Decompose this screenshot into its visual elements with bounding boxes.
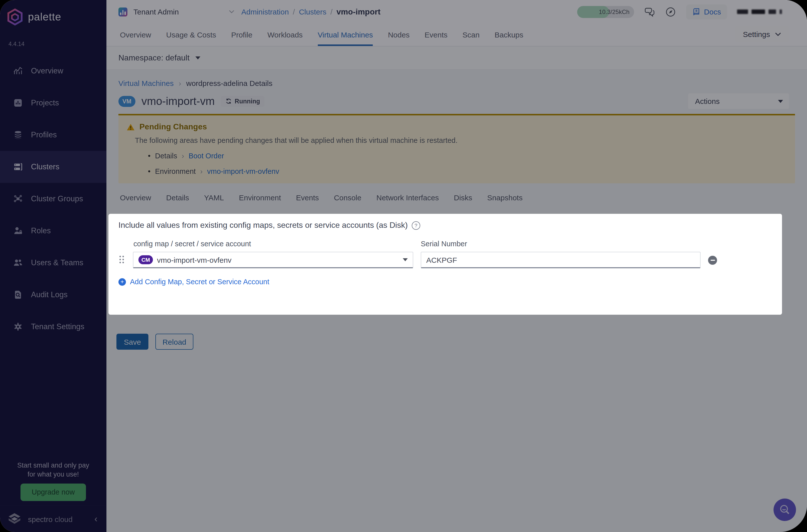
usage-quota-badge[interactable]: 10.3/25kCh [577,6,634,18]
app-version: 4.4.14 [8,41,24,47]
vm-tab-overview[interactable]: Overview [120,193,151,202]
namespace-bar: Namespace: default [107,46,807,70]
audit-logs-icon [13,290,23,300]
configmap-select[interactable]: CM vmo-import-vm-ovfenv [133,252,413,268]
magnifier-smile-icon [778,503,791,516]
docs-label: Docs [704,7,721,16]
drag-handle[interactable] [119,256,124,263]
sidebar-item-users-teams[interactable]: Users & Teams [0,247,107,279]
tab-virtual-machines[interactable]: Virtual Machines [318,23,373,46]
tab-events[interactable]: Events [425,23,448,46]
sidebar-item-label: Cluster Groups [31,194,83,203]
palette-logo-icon [7,8,23,26]
sidebar-item-label: Audit Logs [31,290,68,299]
pending-link-ovfenv[interactable]: vmo-import-vm-ovfenv [207,167,279,175]
users-teams-icon [13,258,23,268]
docs-button[interactable]: Docs [686,4,727,19]
sidebar-item-tenant-settings[interactable]: Tenant Settings [0,311,107,343]
tab-workloads[interactable]: Workloads [267,23,303,46]
breadcrumb-administration[interactable]: Administration [241,7,289,16]
chevron-down-icon [229,10,234,14]
pending-changes-header: Pending Changes [118,115,795,131]
upgrade-promo: Start small and only pay for what you us… [0,461,107,501]
vm-title-row: VM vmo-import-vm Running Actions [118,93,795,109]
namespace-select-label[interactable]: Namespace: default [118,54,190,62]
chevron-separator: › [182,152,184,159]
pending-change-item: • Environment › vmo-import-vm-ovfenv [118,160,795,175]
topbar-right: 10.3/25kCh Docs [577,4,807,19]
actions-label: Actions [695,97,719,106]
plus-icon: + [118,278,126,285]
settings-label: Settings [743,30,770,38]
chevron-down-icon [403,258,408,261]
vm-tab-environment[interactable]: Environment [239,193,281,202]
tenant-scope-icon [118,7,127,16]
panel-heading: Include all values from existing config … [118,221,408,230]
vm-tab-disks[interactable]: Disks [454,193,472,202]
sidebar-item-roles[interactable]: Roles [0,215,107,247]
vm-breadcrumb-current: wordpress-adelina Details [186,79,272,88]
settings-button[interactable]: Settings [735,26,789,42]
tab-profile[interactable]: Profile [231,23,252,46]
serial-number-input[interactable] [421,252,700,268]
vm-breadcrumb-link[interactable]: Virtual Machines [118,79,174,88]
support-search-fab[interactable] [773,498,796,521]
sidebar-item-label: Profiles [31,130,57,139]
sidebar-item-audit-logs[interactable]: Audit Logs [0,279,107,311]
vm-tab-snapshots[interactable]: Snapshots [487,193,523,202]
sidebar-collapse-icon[interactable]: ‹ [94,514,97,524]
tab-backups[interactable]: Backups [494,23,523,46]
project-scope-select[interactable]: Tenant Admin [118,7,234,16]
sidebar-item-projects[interactable]: Projects [0,87,107,119]
sync-icon [225,98,231,104]
breadcrumb-clusters[interactable]: Clusters [299,7,326,16]
spectro-cloud-logo [6,511,23,528]
sidebar-item-profiles[interactable]: Profiles [0,119,107,151]
sidebar-item-cluster-groups[interactable]: Cluster Groups [0,183,107,215]
add-configmap-link[interactable]: + Add Config Map, Secret or Service Acco… [118,278,269,286]
actions-dropdown[interactable]: Actions [688,93,789,109]
vm-tab-console[interactable]: Console [334,193,361,202]
chat-icon[interactable] [644,6,655,17]
reload-button[interactable]: Reload [155,334,193,350]
save-button[interactable]: Save [116,334,148,350]
breadcrumb-separator: / [330,7,332,16]
app-window: palette 4.4.14 Overview Projects Profile… [0,0,807,532]
book-icon [692,7,700,16]
warning-icon [127,123,135,131]
vm-tab-details[interactable]: Details [166,193,189,202]
bullet: • [148,167,151,175]
sidebar-item-label: Projects [31,98,59,108]
tab-overview[interactable]: Overview [120,23,151,46]
help-icon[interactable]: ? [412,221,420,230]
breadcrumb-separator: › [179,79,181,88]
overview-icon [13,66,23,76]
brand-logo: palette [0,0,107,26]
breadcrumb: Administration / Clusters / vmo-import [241,7,380,16]
tab-scan[interactable]: Scan [463,23,480,46]
remove-row-button[interactable] [708,256,717,265]
serial-number-column-label: Serial Number [421,240,467,248]
vm-badge: VM [118,96,135,107]
sidebar-item-label: Users & Teams [31,258,83,267]
pending-link-boot-order[interactable]: Boot Order [189,152,224,159]
sidebar-nav: Overview Projects Profiles Clusters Clus… [0,55,107,343]
sidebar-item-clusters[interactable]: Clusters [0,151,107,183]
chevron-down-icon[interactable] [195,56,201,59]
tab-nodes[interactable]: Nodes [388,23,410,46]
vm-name: vmo-import-vm [142,95,214,108]
sidebar-item-overview[interactable]: Overview [0,55,107,87]
project-scope-value: Tenant Admin [133,7,179,16]
vm-tab-network-interfaces[interactable]: Network Interfaces [376,193,439,202]
chevron-down-icon [778,100,783,103]
vm-tab-events[interactable]: Events [296,193,319,202]
vm-tab-yaml[interactable]: YAML [204,193,224,202]
redacted-user-info [737,10,782,14]
upgrade-now-button[interactable]: Upgrade now [21,483,86,501]
pending-changes-title: Pending Changes [139,122,207,131]
sidebar: palette 4.4.14 Overview Projects Profile… [0,0,107,532]
tab-usage-costs[interactable]: Usage & Costs [166,23,216,46]
compass-icon[interactable] [665,6,676,17]
configmap-column-label: config map / secret / service account [133,240,251,248]
vm-breadcrumb: Virtual Machines › wordpress-adelina Det… [118,79,795,88]
